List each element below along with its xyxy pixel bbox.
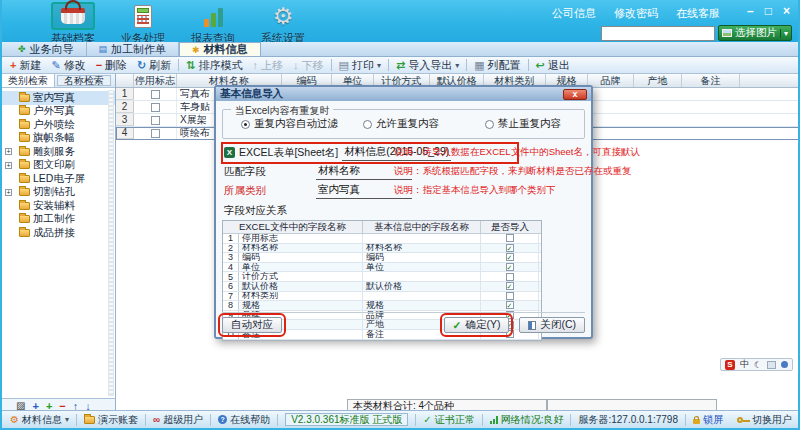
keyboard-icon[interactable] (767, 361, 776, 369)
sidebar-scrollbar[interactable] (108, 90, 114, 396)
col-header[interactable]: 品牌 (588, 74, 634, 87)
chevron-down-icon: ▾ (377, 61, 381, 70)
image-path-input[interactable] (601, 26, 715, 41)
tree-item[interactable]: 旗帜条幅 (2, 132, 115, 146)
map-row[interactable]: 3编码编码✓ (223, 253, 541, 263)
lock-icon (693, 419, 700, 424)
import-checkbox[interactable] (506, 273, 514, 281)
nav-business-process[interactable]: 业务处理 (108, 1, 178, 46)
expand-icon[interactable]: + (5, 148, 12, 155)
edit-button[interactable]: ✎修改 (46, 58, 90, 73)
disable-checkbox[interactable] (151, 116, 160, 125)
tab-business-wizard[interactable]: ✤ 业务向导 (6, 42, 87, 56)
radio-allow-duplicate[interactable]: 允许重复内容 (363, 117, 485, 131)
close-dialog-button[interactable]: 关闭(C) (519, 317, 585, 333)
tree-item[interactable]: 加工制作 (2, 213, 115, 227)
delete-button[interactable]: −删除 (91, 58, 132, 73)
tree-item[interactable]: +雕刻服务 (2, 145, 115, 159)
print-button[interactable]: ▤打印▾ (334, 58, 386, 73)
tree-item[interactable]: 室内写真 (2, 91, 115, 105)
check-icon: ✓ (423, 414, 431, 425)
col-header[interactable]: 备注 (682, 74, 740, 87)
tab-category-search[interactable]: 类别检索 (2, 74, 55, 87)
move-up-button[interactable]: ↑上移 (248, 58, 289, 73)
tab-work-order[interactable]: ▤ 加工制作单 (87, 42, 180, 56)
toolbar-separator (528, 59, 529, 71)
disable-checkbox[interactable] (151, 129, 160, 138)
switch-user-button[interactable]: 切换用户 (730, 414, 799, 426)
company-info-link[interactable]: 公司信息 (552, 6, 596, 21)
maximize-button[interactable]: □ (765, 4, 772, 18)
col-header[interactable]: 产地 (634, 74, 682, 87)
col-header[interactable]: 停用标志 (134, 74, 177, 87)
tree-item[interactable]: 户外喷绘 (2, 118, 115, 132)
sort-mode-button[interactable]: ⇅排序模式 (181, 58, 247, 73)
lock-screen-button[interactable]: 锁屏 (686, 414, 730, 426)
toolbar-separator (331, 59, 332, 71)
tree-item[interactable]: +切割钻孔 (2, 186, 115, 200)
map-row[interactable]: 6默认价格默认价格✓ (223, 282, 541, 292)
statusbar-user[interactable]: ∞ 超级用户 (146, 414, 211, 426)
tree-item[interactable]: 成品拼接 (2, 226, 115, 240)
map-row[interactable]: 1停用标志 (223, 234, 541, 244)
statusbar-help[interactable]: ? 在线帮助 (211, 414, 278, 426)
import-checkbox[interactable]: ✓ (506, 263, 514, 271)
map-row[interactable]: 7材料类别 (223, 292, 541, 302)
field-label: 所属类别 (224, 184, 312, 198)
import-export-button[interactable]: ⇄导入导出▾ (391, 58, 464, 73)
nav-basic-archive[interactable]: 基础档案 (38, 1, 108, 46)
nav-report-query[interactable]: 报表查询 (178, 1, 248, 46)
auto-map-button[interactable]: 自动对应 (222, 317, 282, 333)
choose-image-button[interactable]: 选择图片 ▾ (718, 25, 792, 41)
column-config-button[interactable]: ▦列配置 (469, 58, 525, 73)
ime-language-bar[interactable]: S 中 ☾ (720, 358, 793, 371)
map-row[interactable]: 4单位单位✓ (223, 263, 541, 273)
import-checkbox[interactable]: ✓ (506, 253, 514, 261)
minimize-button[interactable]: – (747, 4, 754, 18)
change-password-link[interactable]: 修改密码 (614, 6, 658, 21)
online-service-link[interactable]: 在线客服 (676, 6, 720, 21)
new-button[interactable]: +新建 (5, 58, 46, 73)
import-export-icon: ⇄ (396, 59, 405, 72)
import-checkbox[interactable] (506, 234, 514, 242)
radio-auto-filter[interactable]: 重复内容自动过滤 (241, 117, 363, 131)
tree-item[interactable]: 户外写真 (2, 105, 115, 119)
nav-system-settings[interactable]: ⚙ 系统设置 (248, 1, 318, 46)
statusbar-account[interactable]: 演示账套 (77, 414, 146, 426)
statusbar-module[interactable]: ⚙ 材料信息 ▾ (8, 414, 77, 426)
ime-menu-icon[interactable] (781, 361, 788, 368)
disable-checkbox[interactable] (151, 103, 160, 112)
refresh-button[interactable]: ↻刷新 (132, 58, 176, 73)
tab-name-search[interactable]: 名称检索 (57, 75, 111, 86)
moon-icon[interactable]: ☾ (754, 360, 762, 370)
ime-lang-label[interactable]: 中 (740, 358, 749, 371)
map-row[interactable]: 5计价方式 (223, 272, 541, 282)
radio-forbid-duplicate[interactable]: 禁止重复内容 (485, 117, 561, 131)
tab-material-info[interactable]: ✱ 材料信息 (179, 42, 261, 56)
material-icon: ✱ (192, 45, 200, 55)
import-checkbox[interactable]: ✓ (506, 282, 514, 290)
tree-item[interactable]: 安装辅料 (2, 199, 115, 213)
radio-icon (241, 120, 250, 129)
folder-icon (19, 148, 30, 156)
excel-icon: X (224, 147, 235, 158)
tree-item[interactable]: +图文印刷 (2, 159, 115, 173)
disable-checkbox[interactable] (151, 90, 160, 99)
group-title: 当Excel内容有重复时 (231, 104, 333, 118)
map-row[interactable]: 2材料名称材料名称✓ (223, 244, 541, 254)
tree-item[interactable]: LED电子屏 (2, 172, 115, 186)
import-checkbox[interactable]: ✓ (506, 301, 514, 309)
expand-icon[interactable]: + (5, 162, 12, 169)
ime-logo-icon[interactable]: S (725, 360, 735, 370)
dialog-close-button[interactable]: x (563, 89, 587, 100)
close-button[interactable]: × (783, 4, 790, 18)
map-row[interactable]: 8规格规格✓ (223, 301, 541, 311)
exit-button[interactable]: ↩退出 (531, 58, 575, 73)
import-checkbox[interactable]: ✓ (506, 244, 514, 252)
move-down-button[interactable]: ↓下移 (288, 58, 329, 73)
main-nav: 基础档案 业务处理 报表查询 ⚙ 系统设置 (38, 1, 318, 46)
dialog-titlebar[interactable]: 基本信息导入 x (216, 87, 591, 101)
ok-button[interactable]: ✓确定(Y) (444, 317, 510, 333)
import-checkbox[interactable] (506, 292, 514, 300)
expand-icon[interactable]: + (5, 189, 12, 196)
